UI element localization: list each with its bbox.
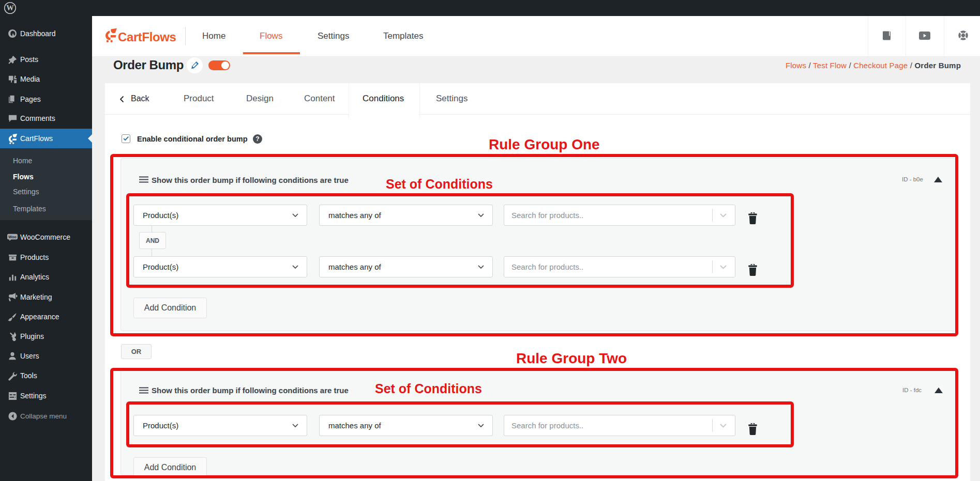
svg-text:W: W bbox=[6, 4, 14, 12]
svg-text:Woo: Woo bbox=[8, 234, 17, 239]
